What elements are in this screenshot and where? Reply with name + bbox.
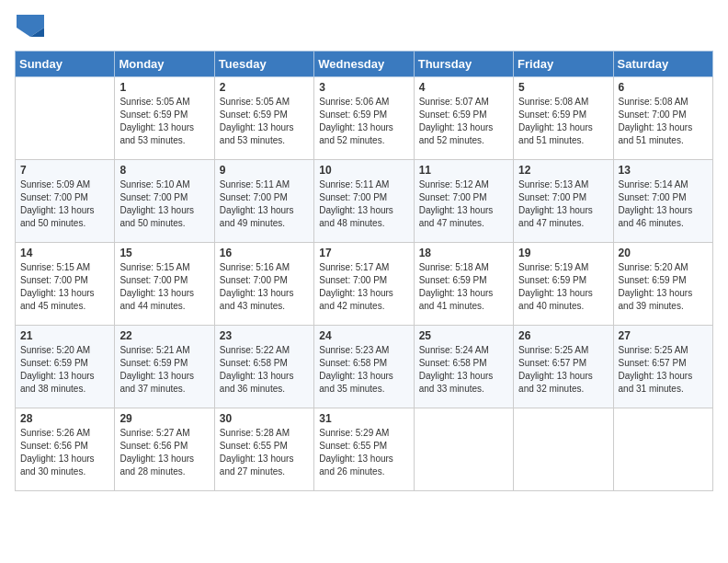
sunset-text: Sunset: 7:00 PM — [220, 192, 288, 202]
daylight-text: Daylight: 13 hours and 42 minutes. — [319, 288, 393, 311]
calendar-day-cell: 29 Sunrise: 5:27 AM Sunset: 6:56 PM Dayl… — [115, 408, 214, 491]
sunset-text: Sunset: 7:00 PM — [220, 275, 288, 285]
day-info: Sunrise: 5:17 AM Sunset: 7:00 PM Dayligh… — [319, 261, 408, 313]
daylight-text: Daylight: 13 hours and 39 minutes. — [619, 288, 693, 311]
daylight-text: Daylight: 13 hours and 31 minutes. — [619, 371, 693, 394]
day-info: Sunrise: 5:22 AM Sunset: 6:58 PM Dayligh… — [220, 344, 309, 396]
sunrise-text: Sunrise: 5:10 AM — [119, 179, 189, 190]
sunset-text: Sunset: 6:59 PM — [220, 109, 288, 120]
sunrise-text: Sunrise: 5:11 AM — [220, 179, 290, 190]
day-number: 3 — [319, 81, 408, 94]
sunrise-text: Sunrise: 5:15 AM — [20, 262, 90, 272]
sunset-text: Sunset: 7:00 PM — [619, 109, 687, 120]
daylight-text: Daylight: 13 hours and 50 minutes. — [20, 205, 95, 228]
daylight-text: Daylight: 13 hours and 35 minutes. — [319, 371, 393, 394]
day-info: Sunrise: 5:11 AM Sunset: 7:00 PM Dayligh… — [319, 178, 408, 230]
weekday-header: Saturday — [613, 52, 712, 77]
day-info: Sunrise: 5:26 AM Sunset: 6:56 PM Dayligh… — [20, 427, 109, 478]
calendar-day-cell: 14 Sunrise: 5:15 AM Sunset: 7:00 PM Dayl… — [16, 243, 115, 326]
day-info: Sunrise: 5:08 AM Sunset: 7:00 PM Dayligh… — [619, 96, 708, 147]
calendar-day-cell: 2 Sunrise: 5:05 AM Sunset: 6:59 PM Dayli… — [214, 77, 313, 160]
daylight-text: Daylight: 13 hours and 37 minutes. — [119, 371, 194, 394]
day-info: Sunrise: 5:25 AM Sunset: 6:57 PM Dayligh… — [619, 344, 708, 396]
sunrise-text: Sunrise: 5:29 AM — [319, 428, 389, 438]
sunset-text: Sunset: 6:55 PM — [319, 441, 387, 451]
sunrise-text: Sunrise: 5:22 AM — [220, 345, 290, 355]
day-number: 26 — [518, 329, 608, 342]
day-number: 21 — [20, 329, 109, 342]
day-info: Sunrise: 5:25 AM Sunset: 6:57 PM Dayligh… — [518, 344, 608, 396]
daylight-text: Daylight: 13 hours and 32 minutes. — [518, 371, 593, 394]
sunset-text: Sunset: 6:59 PM — [20, 358, 88, 368]
day-number: 28 — [20, 412, 109, 425]
day-info: Sunrise: 5:05 AM Sunset: 6:59 PM Dayligh… — [119, 96, 209, 147]
daylight-text: Daylight: 13 hours and 41 minutes. — [419, 288, 494, 311]
day-number: 7 — [20, 164, 109, 177]
day-number: 8 — [119, 164, 209, 177]
sunrise-text: Sunrise: 5:27 AM — [119, 428, 189, 438]
day-number: 6 — [619, 81, 708, 94]
sunset-text: Sunset: 6:58 PM — [220, 358, 288, 368]
daylight-text: Daylight: 13 hours and 27 minutes. — [220, 454, 294, 477]
day-number: 19 — [518, 247, 608, 259]
sunrise-text: Sunrise: 5:25 AM — [518, 345, 588, 355]
sunset-text: Sunset: 6:57 PM — [619, 358, 687, 368]
calendar-day-cell: 20 Sunrise: 5:20 AM Sunset: 6:59 PM Dayl… — [613, 243, 712, 326]
daylight-text: Daylight: 13 hours and 51 minutes. — [518, 122, 593, 145]
daylight-text: Daylight: 13 hours and 52 minutes. — [419, 122, 494, 145]
sunset-text: Sunset: 6:59 PM — [419, 109, 487, 120]
calendar-day-cell: 9 Sunrise: 5:11 AM Sunset: 7:00 PM Dayli… — [214, 160, 313, 243]
day-info: Sunrise: 5:07 AM Sunset: 6:59 PM Dayligh… — [419, 96, 508, 147]
day-number: 27 — [619, 329, 708, 342]
calendar-day-cell: 5 Sunrise: 5:08 AM Sunset: 6:59 PM Dayli… — [514, 77, 613, 160]
calendar-day-cell: 15 Sunrise: 5:15 AM Sunset: 7:00 PM Dayl… — [115, 243, 214, 326]
weekday-header: Sunday — [16, 52, 115, 77]
day-info: Sunrise: 5:20 AM Sunset: 6:59 PM Dayligh… — [619, 261, 708, 313]
day-info: Sunrise: 5:12 AM Sunset: 7:00 PM Dayligh… — [419, 178, 508, 230]
daylight-text: Daylight: 13 hours and 28 minutes. — [119, 454, 194, 477]
calendar-week-row: 7 Sunrise: 5:09 AM Sunset: 7:00 PM Dayli… — [16, 160, 713, 243]
calendar-day-cell: 31 Sunrise: 5:29 AM Sunset: 6:55 PM Dayl… — [314, 408, 414, 491]
sunset-text: Sunset: 6:55 PM — [220, 441, 288, 451]
calendar-day-cell: 21 Sunrise: 5:20 AM Sunset: 6:59 PM Dayl… — [16, 326, 115, 408]
calendar-day-cell: 3 Sunrise: 5:06 AM Sunset: 6:59 PM Dayli… — [314, 77, 414, 160]
day-info: Sunrise: 5:28 AM Sunset: 6:55 PM Dayligh… — [220, 427, 309, 478]
daylight-text: Daylight: 13 hours and 47 minutes. — [518, 205, 593, 228]
sunset-text: Sunset: 7:00 PM — [20, 192, 88, 202]
day-info: Sunrise: 5:14 AM Sunset: 7:00 PM Dayligh… — [619, 178, 708, 230]
day-number: 23 — [220, 329, 309, 342]
logo — [15, 15, 44, 41]
daylight-text: Daylight: 13 hours and 44 minutes. — [119, 288, 194, 311]
calendar-day-cell: 7 Sunrise: 5:09 AM Sunset: 7:00 PM Dayli… — [16, 160, 115, 243]
day-number: 30 — [220, 412, 309, 425]
day-info: Sunrise: 5:13 AM Sunset: 7:00 PM Dayligh… — [518, 178, 608, 230]
daylight-text: Daylight: 13 hours and 30 minutes. — [20, 454, 95, 477]
calendar-week-row: 1 Sunrise: 5:05 AM Sunset: 6:59 PM Dayli… — [16, 77, 713, 160]
day-number: 17 — [319, 247, 408, 259]
day-number: 10 — [319, 164, 408, 177]
daylight-text: Daylight: 13 hours and 53 minutes. — [220, 122, 294, 145]
daylight-text: Daylight: 13 hours and 45 minutes. — [20, 288, 95, 311]
sunrise-text: Sunrise: 5:09 AM — [20, 179, 90, 190]
page-header — [15, 15, 713, 41]
sunset-text: Sunset: 7:00 PM — [319, 192, 387, 202]
sunset-text: Sunset: 6:58 PM — [419, 358, 487, 368]
day-number: 31 — [319, 412, 408, 425]
day-info: Sunrise: 5:10 AM Sunset: 7:00 PM Dayligh… — [119, 178, 209, 230]
weekday-header: Friday — [514, 52, 613, 77]
sunrise-text: Sunrise: 5:12 AM — [419, 179, 489, 190]
calendar-day-cell: 26 Sunrise: 5:25 AM Sunset: 6:57 PM Dayl… — [514, 326, 613, 408]
weekday-header-row: SundayMondayTuesdayWednesdayThursdayFrid… — [16, 52, 713, 77]
calendar-day-cell: 25 Sunrise: 5:24 AM Sunset: 6:58 PM Dayl… — [414, 326, 513, 408]
sunrise-text: Sunrise: 5:06 AM — [319, 97, 389, 107]
sunset-text: Sunset: 6:56 PM — [119, 441, 188, 451]
sunrise-text: Sunrise: 5:07 AM — [419, 97, 489, 107]
sunrise-text: Sunrise: 5:11 AM — [319, 179, 389, 190]
sunset-text: Sunset: 6:59 PM — [319, 109, 387, 120]
daylight-text: Daylight: 13 hours and 53 minutes. — [119, 122, 194, 145]
sunrise-text: Sunrise: 5:08 AM — [518, 97, 588, 107]
calendar-day-cell: 10 Sunrise: 5:11 AM Sunset: 7:00 PM Dayl… — [314, 160, 414, 243]
sunrise-text: Sunrise: 5:05 AM — [220, 97, 290, 107]
daylight-text: Daylight: 13 hours and 36 minutes. — [220, 371, 294, 394]
calendar-day-cell: 19 Sunrise: 5:19 AM Sunset: 6:59 PM Dayl… — [514, 243, 613, 326]
